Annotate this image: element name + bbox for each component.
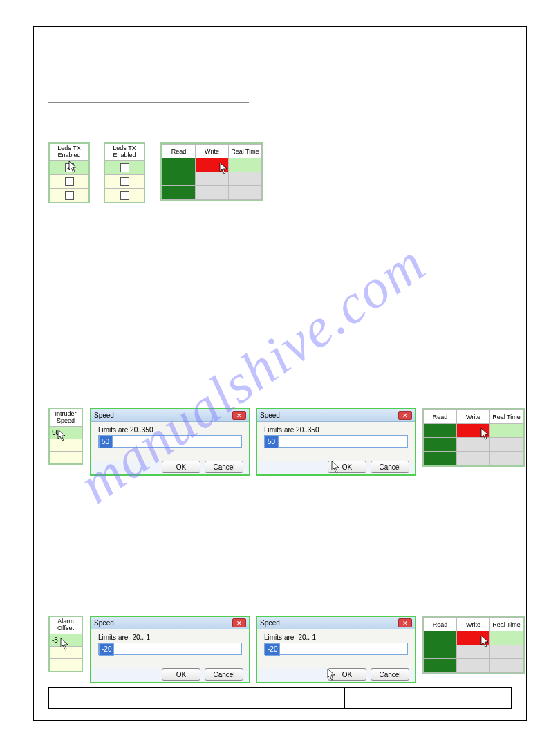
- cancel-button[interactable]: Cancel: [205, 461, 243, 473]
- dialog-titlebar: Speed ✕: [257, 617, 415, 629]
- cell[interactable]: [457, 452, 490, 465]
- intruder-speed-panel: IntruderSpeed 50: [48, 408, 83, 465]
- alarm-row-2[interactable]: [50, 658, 82, 671]
- cell[interactable]: [490, 631, 523, 645]
- col-realtime: Real Time: [229, 145, 262, 158]
- cell[interactable]: [196, 172, 229, 186]
- checkbox-icon[interactable]: [65, 191, 74, 200]
- close-icon[interactable]: ✕: [398, 411, 412, 420]
- read-write-realtime-grid-3: ReadWriteReal Time: [422, 616, 525, 674]
- col-realtime: Real Time: [490, 410, 523, 424]
- leds-row-0[interactable]: [50, 160, 88, 174]
- close-icon[interactable]: ✕: [232, 618, 246, 627]
- footer-cell-1: [49, 688, 178, 708]
- cell[interactable]: [490, 424, 523, 438]
- limits-label: Limits are -20..-1: [264, 634, 408, 641]
- cell[interactable]: [424, 438, 457, 452]
- leds-row-1[interactable]: [105, 174, 144, 188]
- close-icon[interactable]: ✕: [398, 618, 412, 627]
- dialog-titlebar: Speed ✕: [91, 617, 249, 629]
- cancel-button[interactable]: Cancel: [371, 668, 409, 681]
- speed-input[interactable]: 50: [264, 435, 408, 448]
- leds-row-0[interactable]: [105, 160, 144, 174]
- col-write: Write: [457, 410, 490, 424]
- cell[interactable]: [229, 158, 262, 172]
- cell[interactable]: [196, 186, 229, 200]
- limits-label: Limits are 20..350: [264, 426, 408, 434]
- limits-label: Limits are -20..-1: [98, 634, 242, 641]
- intruder-row-1[interactable]: [50, 439, 82, 451]
- cell[interactable]: [457, 645, 490, 659]
- alarm-value[interactable]: -5: [50, 634, 82, 646]
- footer-cell-2: [178, 688, 344, 708]
- ok-button[interactable]: OK: [328, 461, 366, 473]
- col-write: Write: [196, 145, 229, 158]
- dialog-titlebar: Speed ✕: [257, 409, 415, 422]
- dialog-title: Speed: [94, 412, 114, 419]
- dialog-title: Speed: [260, 619, 280, 627]
- alarm-header: AlarmOffset: [50, 617, 82, 634]
- cell[interactable]: [490, 645, 523, 659]
- alarm-row-1[interactable]: [50, 646, 82, 658]
- intruder-header: IntruderSpeed: [50, 409, 82, 426]
- dialog-title: Speed: [260, 412, 280, 419]
- intruder-row-2[interactable]: [50, 451, 82, 463]
- cell[interactable]: [424, 645, 457, 659]
- cell[interactable]: [457, 659, 490, 673]
- col-write: Write: [457, 618, 490, 631]
- cell[interactable]: [457, 438, 490, 452]
- checkbox-icon[interactable]: [120, 177, 129, 186]
- cell-write-active[interactable]: [457, 631, 490, 645]
- alarm-input[interactable]: -20: [98, 643, 242, 655]
- cell[interactable]: [162, 158, 196, 172]
- leds-row-2[interactable]: [105, 188, 144, 202]
- cell[interactable]: [229, 172, 262, 186]
- cell[interactable]: [229, 186, 262, 200]
- cell[interactable]: [162, 186, 196, 200]
- intruder-value[interactable]: 50: [50, 426, 82, 439]
- col-read: Read: [424, 410, 457, 424]
- leds-tx-panel-1: Leds TXEnabled: [48, 142, 90, 203]
- checkbox-icon[interactable]: [65, 177, 74, 186]
- cell-write-active[interactable]: [196, 158, 229, 172]
- col-realtime: Real Time: [490, 618, 523, 631]
- leds-tx-panel-2: Leds TXEnabled: [104, 142, 145, 203]
- speed-dialog-1: Speed ✕ Limits are 20..350 50 OK Cancel: [90, 408, 250, 476]
- alarm-dialog-1: Speed ✕ Limits are -20..-1 -20 OK Cancel: [90, 616, 250, 683]
- read-write-realtime-grid-2: ReadWriteReal Time: [422, 408, 525, 467]
- leds-header: Leds TXEnabled: [105, 144, 144, 160]
- cell[interactable]: [424, 659, 457, 673]
- alarm-offset-panel: AlarmOffset -5: [48, 616, 83, 672]
- checkbox-checked-icon[interactable]: [65, 163, 74, 172]
- ok-button[interactable]: OK: [162, 668, 200, 681]
- alarm-input[interactable]: -20: [264, 643, 408, 655]
- limits-label: Limits are 20..350: [98, 426, 242, 434]
- close-icon[interactable]: ✕: [232, 411, 246, 420]
- dialog-titlebar: Speed ✕: [91, 409, 249, 422]
- footer-table: [48, 687, 512, 709]
- speed-input[interactable]: 50: [98, 435, 242, 448]
- dialog-title: Speed: [94, 619, 114, 627]
- cancel-button[interactable]: Cancel: [371, 461, 409, 473]
- col-read: Read: [162, 145, 196, 158]
- alarm-dialog-2: Speed ✕ Limits are -20..-1 -20 OK Cancel: [256, 616, 416, 683]
- cell[interactable]: [424, 631, 457, 645]
- cell[interactable]: [424, 452, 457, 465]
- cell[interactable]: [490, 438, 523, 452]
- ok-button[interactable]: OK: [328, 668, 366, 681]
- cell[interactable]: [424, 424, 457, 438]
- leds-row-1[interactable]: [50, 174, 88, 188]
- cell[interactable]: [490, 452, 523, 465]
- checkbox-icon[interactable]: [120, 163, 129, 172]
- cell[interactable]: [490, 659, 523, 673]
- checkbox-icon[interactable]: [120, 191, 129, 200]
- ok-button[interactable]: OK: [162, 461, 200, 473]
- speed-dialog-2: Speed ✕ Limits are 20..350 50 OK Cancel: [256, 408, 416, 476]
- cancel-button[interactable]: Cancel: [205, 668, 243, 681]
- leds-header: Leds TXEnabled: [50, 144, 88, 160]
- leds-row-2[interactable]: [50, 188, 88, 202]
- cell-write-active[interactable]: [457, 424, 490, 438]
- cell[interactable]: [162, 172, 196, 186]
- section-divider: [48, 102, 249, 103]
- col-read: Read: [424, 618, 457, 631]
